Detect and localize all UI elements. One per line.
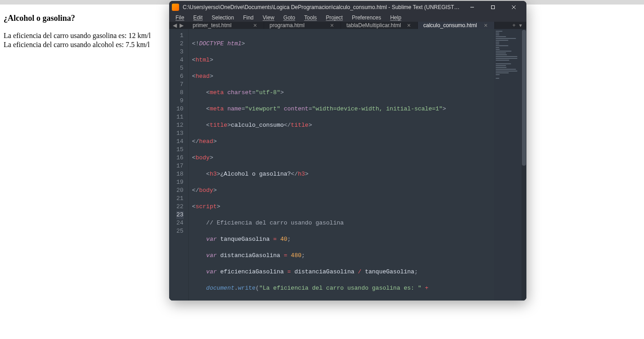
line-number[interactable]: 23 (176, 211, 184, 219)
tabbar: ◀ ▶ primer_test.html × programa.html × t… (169, 22, 526, 29)
svg-rect-1 (492, 6, 495, 9)
line-number[interactable]: 3 (176, 48, 184, 56)
line-number[interactable]: 5 (176, 64, 184, 72)
line-number[interactable]: 21 (176, 195, 184, 203)
titlebar[interactable]: C:\Users\yerso\OneDrive\Documents\Logica… (169, 1, 526, 14)
line-number[interactable]: 12 (176, 121, 184, 129)
menu-help[interactable]: Help (387, 14, 405, 22)
tab-back-icon[interactable]: ◀ (173, 22, 177, 29)
tab-programa[interactable]: programa.html × (264, 22, 341, 29)
sublime-window: C:\Users\yerso\OneDrive\Documents\Logica… (169, 1, 526, 301)
tab-close-icon[interactable]: × (329, 22, 335, 29)
app-logo-icon (172, 4, 179, 11)
rendered-page: ¿Alcohol o gasolina? La eficiencia del c… (0, 0, 167, 54)
line-number[interactable]: 17 (176, 162, 184, 170)
minimize-button[interactable] (462, 1, 482, 14)
scrollbar-thumb[interactable] (522, 30, 526, 166)
line-gutter[interactable]: 1234567891011121314151617181920212223242… (169, 29, 189, 301)
line-number[interactable]: 8 (176, 89, 184, 97)
line-number[interactable]: 20 (176, 186, 184, 195)
new-tab-icon[interactable]: + (512, 22, 516, 29)
output-line-gasolina: La eficiencia del carro usando gasolina … (4, 31, 164, 40)
editor[interactable]: 1234567891011121314151617181920212223242… (169, 29, 526, 301)
menu-preferences[interactable]: Preferences (348, 14, 385, 22)
window-title: C:\Users\yerso\OneDrive\Documents\Logica… (183, 4, 462, 10)
line-number[interactable]: 13 (176, 129, 184, 138)
tab-calculo-consumo[interactable]: calculo_consumo.html × (418, 22, 495, 29)
page-heading: ¿Alcohol o gasolina? (4, 14, 164, 23)
line-number[interactable]: 6 (176, 72, 184, 81)
line-number[interactable]: 11 (176, 113, 184, 121)
tab-nav-arrows[interactable]: ◀ ▶ (169, 22, 187, 29)
menu-view[interactable]: View (259, 14, 278, 22)
line-number[interactable]: 1 (176, 32, 184, 40)
line-number[interactable]: 18 (176, 170, 184, 178)
line-number[interactable]: 2 (176, 40, 184, 48)
tab-label: tablaDeMultiplicar.html (346, 22, 401, 29)
tab-forward-icon[interactable]: ▶ (180, 22, 184, 29)
menu-goto[interactable]: Goto (280, 14, 299, 22)
tab-close-icon[interactable]: × (252, 22, 258, 29)
tab-tabla-multiplicar[interactable]: tablaDeMultiplicar.html × (341, 22, 418, 29)
window-controls (462, 1, 524, 14)
tab-dropdown-icon[interactable]: ▾ (519, 22, 522, 29)
line-number[interactable]: 24 (176, 219, 184, 227)
maximize-button[interactable] (483, 1, 503, 14)
code-area[interactable]: <!DOCTYPE html> <html> <head> <meta char… (189, 29, 494, 301)
line-number[interactable]: 25 (176, 227, 184, 235)
tab-close-icon[interactable]: × (406, 22, 412, 29)
line-number[interactable]: 22 (176, 203, 184, 211)
tab-close-icon[interactable]: × (483, 22, 489, 29)
menu-project[interactable]: Project (322, 14, 346, 22)
line-number[interactable]: 4 (176, 56, 184, 64)
close-button[interactable] (504, 1, 524, 14)
line-number[interactable]: 16 (176, 154, 184, 162)
menu-find[interactable]: Find (239, 14, 257, 22)
tab-primer-test[interactable]: primer_test.html × (187, 22, 264, 29)
line-number[interactable]: 14 (176, 138, 184, 146)
menu-file[interactable]: File (172, 14, 188, 22)
line-number[interactable]: 9 (176, 97, 184, 105)
menubar: File Edit Selection Find View Goto Tools… (169, 14, 526, 22)
line-number[interactable]: 19 (176, 178, 184, 186)
line-number[interactable]: 7 (176, 81, 184, 89)
menu-selection[interactable]: Selection (208, 14, 237, 22)
tab-label: primer_test.html (193, 22, 232, 29)
menu-edit[interactable]: Edit (189, 14, 206, 22)
line-number[interactable]: 15 (176, 146, 184, 154)
tab-label: calculo_consumo.html (423, 22, 477, 29)
tab-label: programa.html (270, 22, 304, 29)
line-number[interactable]: 10 (176, 105, 184, 113)
output-line-alcohol: La eficiencia del carro usando alcohol e… (4, 40, 164, 49)
minimap[interactable] (494, 29, 526, 301)
menu-tools[interactable]: Tools (301, 14, 321, 22)
vertical-scrollbar[interactable] (521, 29, 526, 301)
